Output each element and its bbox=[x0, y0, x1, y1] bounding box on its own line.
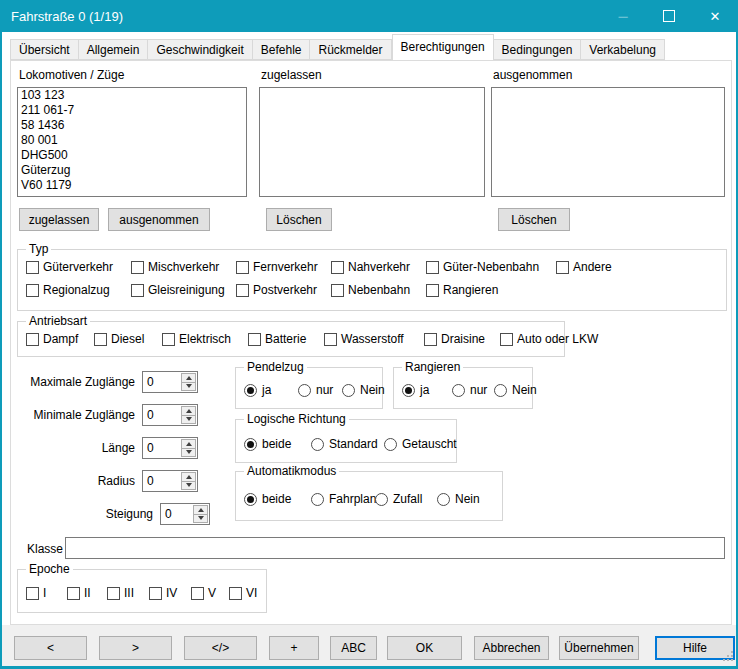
radio-automatik-beide[interactable]: beide bbox=[244, 492, 311, 506]
spin-down-button[interactable] bbox=[181, 482, 196, 491]
klasse-input[interactable] bbox=[65, 537, 725, 559]
radio-automatik-nein[interactable]: Nein bbox=[437, 492, 480, 506]
checkbox-dampf[interactable]: Dampf bbox=[26, 332, 94, 346]
radio-rangieren-nein[interactable]: Nein bbox=[494, 383, 537, 397]
min-zuglaenge-spinner[interactable]: 0 bbox=[142, 404, 198, 426]
radio-richtung-getauscht[interactable]: Getauscht bbox=[384, 437, 457, 451]
checkbox-andere[interactable]: Andere bbox=[556, 260, 612, 274]
resize-grip-icon[interactable] bbox=[731, 659, 733, 661]
radio-pendelzug-ja[interactable]: ja bbox=[244, 383, 298, 397]
checkbox-icon bbox=[131, 284, 144, 297]
typ-row-1: Güterverkehr Mischverkehr Fernverkehr Na… bbox=[26, 260, 722, 274]
spin-down-button[interactable] bbox=[181, 383, 196, 392]
tab-rueckmelder[interactable]: Rückmelder bbox=[310, 39, 391, 60]
ausgenommen-button[interactable]: ausgenommen bbox=[108, 208, 210, 231]
loeschen-ausgenommen-button[interactable]: Löschen bbox=[498, 208, 570, 231]
tab-bedingungen[interactable]: Bedingungen bbox=[494, 39, 582, 60]
checkbox-gueterverkehr[interactable]: Güterverkehr bbox=[26, 260, 131, 274]
minimize-icon[interactable]: ─ bbox=[600, 0, 646, 32]
checkbox-gleisreinigung[interactable]: Gleisreinigung bbox=[131, 283, 236, 297]
min-zuglaenge-label: Minimale Zuglänge bbox=[17, 404, 135, 426]
checkbox-regionalzug[interactable]: Regionalzug bbox=[26, 283, 131, 297]
tab-uebersicht[interactable]: Übersicht bbox=[10, 39, 79, 60]
zugelassen-button[interactable]: zugelassen bbox=[19, 208, 99, 231]
radio-icon bbox=[402, 384, 415, 397]
code-button[interactable]: </> bbox=[184, 636, 257, 660]
checkbox-gueter-nebenbahn[interactable]: Güter-Nebenbahn bbox=[426, 260, 556, 274]
list-item[interactable]: V60 1179 bbox=[18, 178, 246, 193]
list-item[interactable]: Güterzug bbox=[18, 163, 246, 178]
antriebsart-group: Antriebsart Dampf Diesel Elektrisch Batt… bbox=[17, 321, 565, 357]
radio-rangieren-nur[interactable]: nur bbox=[452, 383, 494, 397]
down-arrow-icon bbox=[186, 384, 192, 388]
maximize-glyph bbox=[663, 10, 675, 22]
checkbox-rangieren-typ[interactable]: Rangieren bbox=[426, 283, 498, 297]
radio-pendelzug-nur[interactable]: nur bbox=[298, 383, 342, 397]
tab-verkabelung[interactable]: Verkabelung bbox=[581, 39, 665, 60]
checkbox-epoche-4[interactable]: IV bbox=[149, 586, 191, 600]
checkbox-epoche-3[interactable]: III bbox=[107, 586, 149, 600]
tab-allgemein[interactable]: Allgemein bbox=[79, 39, 149, 60]
checkbox-mischverkehr[interactable]: Mischverkehr bbox=[131, 260, 236, 274]
checkbox-fernverkehr[interactable]: Fernverkehr bbox=[236, 260, 331, 274]
zugelassen-listbox[interactable] bbox=[259, 87, 485, 197]
loeschen-zugelassen-button[interactable]: Löschen bbox=[266, 208, 332, 231]
list-item[interactable]: 211 061-7 bbox=[18, 103, 246, 118]
checkbox-auto-oder-lkw[interactable]: Auto oder LKW bbox=[500, 332, 598, 346]
spin-up-button[interactable] bbox=[181, 406, 196, 416]
spin-up-button[interactable] bbox=[181, 439, 196, 449]
checkbox-icon bbox=[162, 333, 175, 346]
uebernehmen-button[interactable]: Übernehmen bbox=[559, 636, 639, 660]
radio-richtung-standard[interactable]: Standard bbox=[311, 437, 384, 451]
next-button[interactable]: > bbox=[99, 636, 172, 660]
spin-up-button[interactable] bbox=[181, 472, 196, 482]
zugelassen-label: zugelassen bbox=[261, 68, 322, 82]
list-item[interactable]: 80 001 bbox=[18, 133, 246, 148]
add-button[interactable]: + bbox=[269, 636, 319, 660]
checkbox-postverkehr[interactable]: Postverkehr bbox=[236, 283, 331, 297]
checkbox-draisine[interactable]: Draisine bbox=[424, 332, 500, 346]
close-icon[interactable]: ✕ bbox=[692, 0, 738, 32]
radio-rangieren-ja[interactable]: ja bbox=[402, 383, 452, 397]
radius-spinner[interactable]: 0 bbox=[142, 470, 198, 492]
radio-pendelzug-nein[interactable]: Nein bbox=[342, 383, 385, 397]
checkbox-nebenbahn[interactable]: Nebenbahn bbox=[331, 283, 426, 297]
radio-automatik-zufall[interactable]: Zufall bbox=[375, 492, 437, 506]
checkbox-nahverkehr[interactable]: Nahverkehr bbox=[331, 260, 426, 274]
checkbox-epoche-2[interactable]: II bbox=[67, 586, 107, 600]
spin-down-button[interactable] bbox=[181, 416, 196, 425]
laenge-spinner[interactable]: 0 bbox=[142, 437, 198, 459]
abc-button[interactable]: ABC bbox=[330, 636, 377, 660]
tab-berechtigungen[interactable]: Berechtigungen bbox=[392, 34, 494, 60]
checkbox-epoche-6[interactable]: VI bbox=[229, 586, 257, 600]
checkbox-epoche-5[interactable]: V bbox=[191, 586, 229, 600]
tab-geschwindigkeit[interactable]: Geschwindigkeit bbox=[148, 39, 252, 60]
max-zuglaenge-spinner[interactable]: 0 bbox=[142, 371, 198, 393]
list-item[interactable]: 103 123 bbox=[18, 88, 246, 103]
hilfe-button[interactable]: Hilfe bbox=[655, 636, 735, 660]
down-arrow-icon bbox=[186, 417, 192, 421]
spin-down-button[interactable] bbox=[181, 449, 196, 458]
lokomotiven-listbox[interactable]: 103 123 211 061-7 58 1436 80 001 DHG500 … bbox=[17, 87, 247, 197]
list-item[interactable]: DHG500 bbox=[18, 148, 246, 163]
checkbox-epoche-1[interactable]: I bbox=[26, 586, 67, 600]
abbrechen-button[interactable]: Abbrechen bbox=[474, 636, 549, 660]
spin-up-button[interactable] bbox=[181, 373, 196, 383]
spin-down-button[interactable] bbox=[193, 515, 208, 524]
checkbox-wasserstoff[interactable]: Wasserstoff bbox=[324, 332, 424, 346]
spinner-value: 0 bbox=[147, 375, 154, 389]
prev-button[interactable]: < bbox=[14, 636, 87, 660]
maximize-icon[interactable] bbox=[646, 0, 692, 32]
checkbox-diesel[interactable]: Diesel bbox=[94, 332, 162, 346]
radio-richtung-beide[interactable]: beide bbox=[244, 437, 311, 451]
tab-befehle[interactable]: Befehle bbox=[253, 39, 311, 60]
spin-up-button[interactable] bbox=[193, 505, 208, 515]
steigung-spinner[interactable]: 0 bbox=[160, 503, 210, 525]
checkbox-icon bbox=[331, 284, 344, 297]
ausgenommen-listbox[interactable] bbox=[491, 87, 725, 197]
list-item[interactable]: 58 1436 bbox=[18, 118, 246, 133]
checkbox-elektrisch[interactable]: Elektrisch bbox=[162, 332, 248, 346]
ok-button[interactable]: OK bbox=[387, 636, 462, 660]
checkbox-batterie[interactable]: Batterie bbox=[248, 332, 324, 346]
radio-automatik-fahrplan[interactable]: Fahrplan bbox=[311, 492, 375, 506]
